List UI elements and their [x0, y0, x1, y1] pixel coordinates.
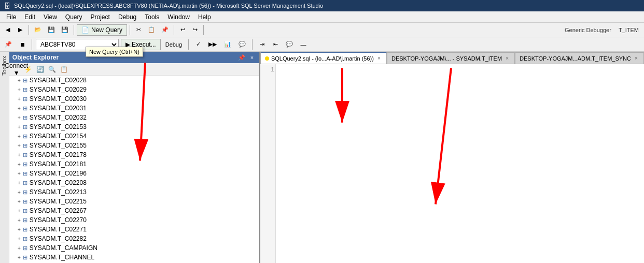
menu-debug[interactable]: Debug: [114, 12, 141, 22]
list-item[interactable]: + ⊞ SYSADM.T_C02267: [9, 206, 259, 215]
redo-button[interactable]: ↪: [189, 24, 201, 36]
expand-icon: +: [16, 87, 23, 93]
summary-button[interactable]: 📋: [59, 64, 69, 75]
messages-button[interactable]: 💬: [236, 39, 248, 50]
connect-button[interactable]: Connect ▼: [11, 64, 22, 75]
db-toolbar-pin[interactable]: 📌: [2, 39, 15, 50]
save-button[interactable]: 💾: [45, 24, 58, 36]
tab-label: DESKTOP-YOGAJM...ADM.T_ITEM_SYNC: [520, 55, 631, 62]
db-sep-2: [188, 39, 189, 50]
new-query-icon: 📄: [81, 26, 89, 34]
expand-icon: +: [16, 199, 23, 204]
forward-button[interactable]: ▶: [15, 24, 26, 36]
table-icon: ⊞: [23, 161, 27, 168]
open-button[interactable]: 📂: [32, 24, 44, 36]
tab-close-button[interactable]: ×: [504, 55, 510, 62]
list-item[interactable]: + ⊞ SYSADM.T_CHANNEL: [9, 253, 259, 262]
copy-button[interactable]: 📋: [145, 24, 158, 36]
tab-label: SQLQuery2.sql - (lo...A-AD\j.martin (56)…: [271, 55, 374, 62]
editor-content[interactable]: [262, 66, 642, 68]
list-item[interactable]: + ⊞ SYSADM.T_C02196: [9, 169, 259, 178]
tree-item-label: SYSADM.T_C02028: [30, 77, 87, 84]
expand-icon: +: [16, 227, 23, 232]
table-icon: ⊞: [23, 142, 27, 149]
object-explorer-panel: Object Explorer 📌 × Connect ▼ ⚡ 🔄 🔍 📋 + …: [9, 52, 260, 263]
tree-item-label: SYSADM.T_CAMPAIGN: [30, 244, 97, 252]
tab-close-button[interactable]: ×: [376, 55, 382, 62]
expand-icon: +: [16, 78, 23, 83]
outdent-button[interactable]: ⇤: [270, 39, 281, 50]
table-icon: ⊞: [23, 226, 27, 233]
tab-1[interactable]: DESKTOP-YOGAJM\... - SYSADM.T_ITEM ×: [387, 52, 515, 64]
indent-button[interactable]: ⇥: [256, 39, 268, 50]
refresh-button[interactable]: 🔄: [35, 64, 46, 75]
list-item[interactable]: + ⊞ SYSADM.T_C02153: [9, 122, 259, 132]
db-toolbar-stop[interactable]: ⏹: [17, 39, 28, 50]
tab-close-button[interactable]: ×: [633, 55, 639, 62]
menu-project[interactable]: Project: [87, 12, 114, 22]
parse-button[interactable]: ▶▶: [206, 39, 219, 50]
list-item[interactable]: + ⊞ SYSADM.T_C02208: [9, 178, 259, 187]
list-item[interactable]: + ⊞ SYSADM.T_C02154: [9, 132, 259, 141]
list-item[interactable]: + ⊞ SYSADM.T_C02030: [9, 94, 259, 104]
query-panel: SQLQuery2.sql - (lo...A-AD\j.martin (56)…: [260, 52, 644, 263]
comment-button[interactable]: 💬: [283, 39, 296, 50]
cut-button[interactable]: ✂: [133, 24, 144, 36]
db-sep-1: [32, 39, 32, 50]
back-button[interactable]: ◀: [2, 24, 13, 36]
list-item[interactable]: + ⊞ SYSADM.T_C02031: [9, 104, 259, 113]
list-item[interactable]: + ⊞ SYSADM.T_C02282: [9, 234, 259, 243]
tree-item-label: SYSADM.T_C02270: [30, 216, 87, 224]
panel-pin-button[interactable]: 📌: [237, 53, 246, 62]
list-item[interactable]: + ⊞ SYSADM.T_C02178: [9, 150, 259, 159]
list-item[interactable]: + ⊞ SYSADM.T_C02215: [9, 197, 259, 206]
list-item[interactable]: + ⊞ SYSADM.T_C02028: [9, 76, 259, 85]
filter-button[interactable]: 🔍: [47, 64, 58, 75]
table-icon: ⊞: [23, 152, 27, 158]
table-icon: ⊞: [23, 236, 27, 242]
tab-bar: SQLQuery2.sql - (lo...A-AD\j.martin (56)…: [260, 52, 644, 64]
panel-close-button[interactable]: ×: [248, 53, 256, 62]
main-toolbar: ◀ ▶ 📂 💾 💾 📄 New Query ✂ 📋 📌 ↩ ↪ Generic …: [0, 23, 644, 37]
menu-edit[interactable]: Edit: [20, 12, 39, 22]
tab-2[interactable]: DESKTOP-YOGAJM...ADM.T_ITEM_SYNC ×: [515, 52, 644, 64]
tree-area[interactable]: + ⊞ SYSADM.T_C02028 + ⊞ SYSADM.T_C02029 …: [9, 76, 259, 263]
menu-file[interactable]: File: [2, 12, 20, 22]
table-icon: ⊞: [23, 254, 27, 261]
check-button[interactable]: ✓: [192, 39, 204, 50]
new-query-label: New Query: [91, 26, 122, 34]
save-all-button[interactable]: 💾: [59, 24, 71, 36]
results-button[interactable]: 📊: [221, 39, 234, 50]
list-item[interactable]: + ⊞ SYSADM.T_C02155: [9, 141, 259, 150]
list-item[interactable]: + ⊞ SYSADM.T_C02181: [9, 159, 259, 169]
tab-0[interactable]: SQLQuery2.sql - (lo...A-AD\j.martin (56)…: [260, 52, 387, 64]
new-query-button[interactable]: 📄 New Query: [77, 24, 127, 36]
list-item[interactable]: + ⊞ SYSADM.T_C02032: [9, 113, 259, 122]
list-item[interactable]: + ⊞ SYSADM.T_C02270: [9, 215, 259, 225]
menu-window[interactable]: Window: [163, 12, 194, 22]
menu-tools[interactable]: Tools: [141, 12, 163, 22]
toolbox-label: Toolbox: [1, 56, 7, 76]
paste-button[interactable]: 📌: [159, 24, 171, 36]
debug-button[interactable]: Debug: [163, 39, 185, 50]
title-bar: 🗄 SQLQuery2.sql - (local)\SQLEXPRESS.ABC…: [0, 0, 644, 11]
menu-query[interactable]: Query: [61, 12, 87, 22]
list-item[interactable]: + ⊞ SYSADM.T_C02271: [9, 225, 259, 234]
list-item[interactable]: + ⊞ SYSADM.T_C02029: [9, 85, 259, 94]
tree-item-label: SYSADM.T_C02178: [30, 151, 87, 158]
undo-button[interactable]: ↩: [177, 24, 188, 36]
expand-icon: +: [16, 96, 23, 102]
uncomment-button[interactable]: —: [298, 39, 309, 50]
tree-item-label: SYSADM.T_C02032: [30, 114, 87, 121]
menu-help[interactable]: Help: [194, 12, 215, 22]
list-item[interactable]: + ⊞ SYSADM.T_CAMPAIGN: [9, 243, 259, 253]
list-item[interactable]: + ⊞ SYSADM.T_C02213: [9, 187, 259, 197]
table-icon: ⊞: [23, 170, 27, 177]
editor-area[interactable]: 1: [260, 64, 644, 263]
toolbox-panel[interactable]: Toolbox: [0, 52, 9, 263]
expand-icon: +: [16, 245, 23, 251]
disconnect-button[interactable]: ⚡: [23, 64, 34, 75]
menu-view[interactable]: View: [39, 12, 61, 22]
separator-4: [174, 25, 174, 35]
table-icon: ⊞: [23, 217, 27, 224]
